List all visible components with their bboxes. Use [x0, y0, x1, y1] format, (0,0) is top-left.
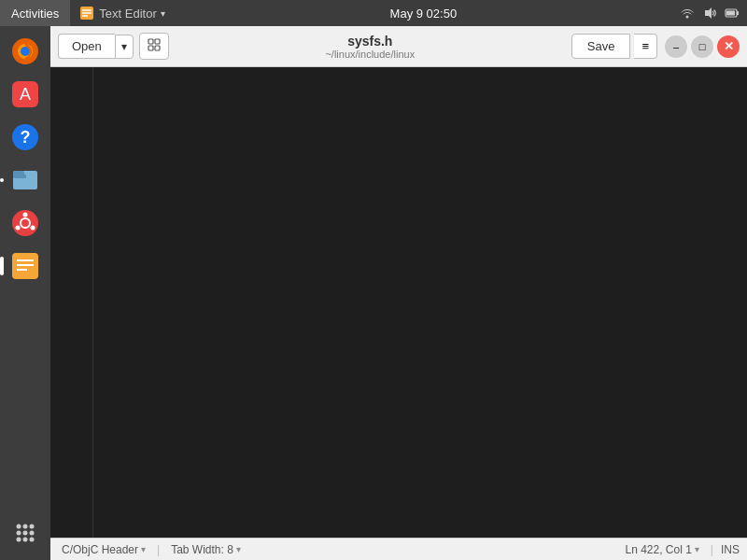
svg-point-4 [686, 16, 689, 19]
status-bar: C/ObjC Header ▾ | Tab Width: 8 ▾ Ln 422,… [50, 538, 747, 560]
app-dropdown-icon[interactable]: ▾ [161, 8, 165, 19]
svg-point-21 [23, 213, 28, 217]
svg-point-29 [23, 525, 28, 529]
new-tab-icon [148, 38, 161, 51]
cursor-position-label: Ln 422, Col 1 [625, 543, 691, 556]
network-icon[interactable] [680, 6, 695, 21]
maximize-button[interactable]: □ [691, 35, 713, 58]
open-button[interactable]: Open [58, 34, 115, 59]
file-tab: sysfs.h ~/linux/include/linux [180, 34, 560, 60]
svg-point-34 [17, 538, 21, 542]
toolbar: Open ▾ sysfs.h ~/linux/include/linux Sav… [50, 26, 747, 67]
app-name-label: Text Editor [99, 7, 156, 21]
system-tray [672, 6, 747, 21]
cursor-position-selector[interactable]: Ln 422, Col 1 ▾ [621, 543, 702, 556]
svg-point-30 [30, 525, 35, 529]
svg-rect-40 [155, 46, 160, 50]
svg-point-36 [30, 538, 35, 542]
svg-point-28 [17, 525, 21, 529]
svg-rect-18 [13, 171, 24, 176]
svg-text:?: ? [21, 128, 31, 147]
language-label: C/ObjC Header [62, 543, 138, 556]
open-dropdown-button[interactable]: ▾ [115, 35, 134, 59]
svg-marker-5 [705, 7, 712, 19]
clock-display: May 9 02:50 [175, 7, 672, 21]
minimize-button[interactable]: – [665, 35, 687, 58]
sidebar-item-files[interactable] [6, 161, 45, 200]
svg-rect-38 [155, 39, 160, 44]
svg-rect-8 [726, 11, 735, 16]
svg-point-31 [17, 531, 21, 536]
tab-width-selector[interactable]: Tab Width: 8 ▾ [167, 539, 245, 560]
sidebar-active-dot [0, 178, 4, 182]
volume-icon[interactable] [702, 6, 717, 21]
sidebar-item-ubuntu[interactable] [6, 203, 45, 243]
top-bar: Activities Text Editor ▾ May 9 02:50 [0, 0, 747, 26]
status-separator-2: | [711, 543, 713, 556]
svg-point-33 [30, 531, 35, 536]
code-editor[interactable] [50, 67, 747, 538]
svg-rect-39 [148, 46, 153, 50]
svg-point-23 [16, 226, 21, 231]
file-path-label: ~/linux/include/linux [325, 49, 415, 60]
sidebar: A ? [0, 26, 50, 560]
file-name-label: sysfs.h [347, 34, 392, 49]
sidebar-item-appstore[interactable]: A [6, 75, 45, 114]
open-button-group: Open ▾ [58, 34, 134, 59]
svg-rect-37 [148, 39, 153, 44]
code-content[interactable] [94, 67, 747, 538]
sidebar-item-help[interactable]: ? [6, 118, 45, 157]
status-separator-1: | [157, 543, 160, 556]
sidebar-item-texteditor[interactable] [6, 246, 45, 286]
language-selector[interactable]: C/ObjC Header ▾ [58, 539, 149, 560]
cursor-position-chevron-icon: ▾ [695, 544, 699, 554]
window-controls: – □ ✕ [665, 35, 740, 58]
ins-mode-label: INS [721, 543, 740, 556]
tab-width-chevron-icon: ▾ [236, 544, 241, 554]
language-chevron-icon: ▾ [141, 544, 146, 554]
svg-rect-7 [737, 11, 739, 15]
svg-text:A: A [20, 85, 31, 104]
save-button[interactable]: Save [571, 34, 631, 59]
sidebar-item-apps[interactable] [6, 513, 45, 553]
battery-icon[interactable] [725, 6, 740, 21]
status-right-section: Ln 422, Col 1 ▾ | INS [621, 543, 740, 556]
hamburger-menu-button[interactable]: ≡ [634, 34, 657, 59]
text-editor-icon [79, 6, 94, 21]
line-numbers-gutter [50, 67, 93, 538]
sidebar-item-firefox[interactable] [6, 32, 45, 71]
svg-point-32 [23, 531, 28, 536]
svg-point-35 [23, 538, 28, 542]
activities-button[interactable]: Activities [0, 0, 70, 26]
app-indicator[interactable]: Text Editor ▾ [70, 0, 174, 26]
new-tab-button[interactable] [139, 33, 169, 60]
tab-width-label: Tab Width: 8 [171, 543, 233, 556]
close-button[interactable]: ✕ [717, 35, 740, 58]
svg-point-22 [31, 226, 35, 231]
